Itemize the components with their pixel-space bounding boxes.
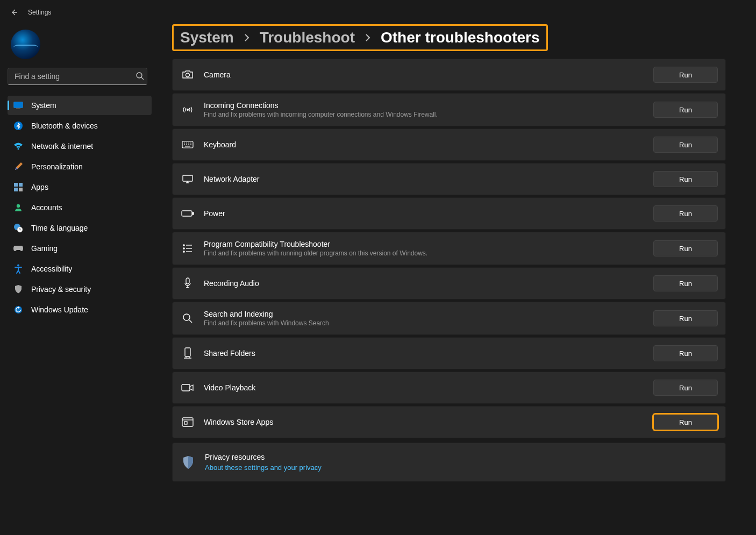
run-button[interactable]: Run: [653, 102, 718, 118]
window-app-icon: [181, 416, 194, 429]
card-text: Program Compatibility Troubleshooter Fin…: [204, 240, 653, 257]
sidebar-item-label: Apps: [31, 183, 146, 191]
card-text: Search and Indexing Find and fix problem…: [204, 310, 653, 327]
svg-rect-25: [185, 348, 190, 356]
battery-icon: [181, 207, 194, 220]
card-text: Recording Audio: [204, 279, 653, 288]
keyboard-icon: [181, 138, 194, 151]
svg-point-21: [183, 248, 184, 249]
search-input[interactable]: [8, 68, 147, 85]
troubleshooter-network-adapter[interactable]: Network Adapter Run: [172, 163, 726, 195]
display-icon: [13, 100, 24, 111]
troubleshooter-recording-audio[interactable]: Recording Audio Run: [172, 267, 726, 299]
card-title: Search and Indexing: [204, 310, 653, 318]
troubleshooter-video[interactable]: Video Playback Run: [172, 372, 726, 404]
sidebar-item-time[interactable]: Time & language: [8, 218, 152, 238]
svg-rect-18: [182, 211, 192, 216]
sidebar-item-gaming[interactable]: Gaming: [8, 239, 152, 258]
clock-globe-icon: [13, 223, 24, 233]
sidebar-item-label: Accounts: [31, 203, 146, 212]
breadcrumb-troubleshoot[interactable]: Troubleshoot: [260, 29, 355, 46]
svg-rect-1: [14, 102, 23, 108]
sidebar-item-label: Gaming: [31, 244, 146, 253]
svg-rect-27: [182, 418, 193, 426]
shield-icon: [181, 455, 195, 469]
sidebar-item-label: Privacy & security: [31, 285, 146, 294]
shield-icon: [13, 284, 24, 295]
sidebar: System Bluetooth & devices Network & int…: [0, 24, 159, 535]
run-button[interactable]: Run: [653, 205, 718, 222]
svg-point-20: [183, 245, 184, 246]
svg-point-22: [183, 251, 184, 252]
video-icon: [181, 381, 194, 394]
sidebar-item-system[interactable]: System: [8, 96, 152, 115]
privacy-title: Privacy resources: [205, 453, 718, 461]
user-avatar[interactable]: [11, 30, 40, 59]
run-button[interactable]: Run: [653, 275, 718, 291]
svg-rect-17: [183, 175, 192, 181]
run-button[interactable]: Run: [653, 310, 718, 326]
run-button[interactable]: Run: [653, 137, 718, 153]
camera-icon: [181, 68, 194, 81]
run-button[interactable]: Run: [653, 414, 718, 430]
card-text: Privacy resources About these settings a…: [205, 453, 718, 472]
card-text: Keyboard: [204, 140, 653, 149]
run-button[interactable]: Run: [653, 380, 718, 396]
troubleshooter-power[interactable]: Power Run: [172, 197, 726, 230]
card-desc: Find and fix problems with running older…: [204, 249, 653, 257]
card-title: Recording Audio: [204, 279, 653, 288]
shared-device-icon: [181, 347, 194, 360]
chevron-right-icon: [365, 33, 371, 42]
gamepad-icon: [13, 243, 24, 254]
sidebar-item-accounts[interactable]: Accounts: [8, 198, 152, 217]
sidebar-item-personalization[interactable]: Personalization: [8, 157, 152, 176]
troubleshooter-store-apps[interactable]: Windows Store Apps Run: [172, 406, 726, 438]
run-button[interactable]: Run: [653, 345, 718, 361]
troubleshooter-incoming[interactable]: Incoming Connections Find and fix proble…: [172, 93, 726, 126]
breadcrumb-system[interactable]: System: [180, 29, 234, 46]
monitor-icon: [181, 173, 194, 186]
app-title: Settings: [28, 9, 51, 16]
card-text: Shared Folders: [204, 349, 653, 358]
sidebar-item-label: Network & internet: [31, 142, 146, 151]
search-icon: [135, 72, 144, 80]
card-title: Shared Folders: [204, 349, 653, 358]
card-title: Video Playback: [204, 383, 653, 392]
card-text: Video Playback: [204, 383, 653, 392]
svg-rect-5: [14, 183, 18, 187]
troubleshooter-search[interactable]: Search and Indexing Find and fix problem…: [172, 302, 726, 335]
svg-rect-28: [184, 422, 187, 424]
sidebar-item-privacy[interactable]: Privacy & security: [8, 280, 152, 299]
card-desc: Find and fix problems with incoming comp…: [204, 111, 653, 118]
card-text: Camera: [204, 70, 653, 79]
svg-rect-8: [19, 188, 23, 191]
troubleshooter-shared-folders[interactable]: Shared Folders Run: [172, 337, 726, 369]
search-icon: [181, 312, 194, 325]
sidebar-item-apps[interactable]: Apps: [8, 177, 152, 197]
back-button[interactable]: [9, 7, 19, 18]
card-title: Network Adapter: [204, 175, 653, 183]
sidebar-item-bluetooth[interactable]: Bluetooth & devices: [8, 116, 152, 135]
run-button[interactable]: Run: [653, 171, 718, 187]
card-title: Incoming Connections: [204, 101, 653, 110]
sidebar-item-network[interactable]: Network & internet: [8, 137, 152, 156]
privacy-resources-card: Privacy resources About these settings a…: [172, 443, 726, 482]
person-icon: [13, 202, 24, 213]
paintbrush-icon: [13, 161, 24, 172]
sidebar-item-label: Bluetooth & devices: [31, 122, 146, 130]
card-title: Program Compatibility Troubleshooter: [204, 240, 653, 248]
troubleshooter-keyboard[interactable]: Keyboard Run: [172, 129, 726, 161]
privacy-link[interactable]: About these settings and your privacy: [205, 463, 718, 472]
run-button[interactable]: Run: [653, 67, 718, 83]
card-desc: Find and fix problems with Windows Searc…: [204, 319, 653, 327]
run-button[interactable]: Run: [653, 240, 718, 256]
troubleshooter-camera[interactable]: Camera Run: [172, 59, 726, 91]
sidebar-item-accessibility[interactable]: Accessibility: [8, 259, 152, 279]
sidebar-item-update[interactable]: Windows Update: [8, 300, 152, 319]
troubleshooter-compat[interactable]: Program Compatibility Troubleshooter Fin…: [172, 232, 726, 265]
card-text: Network Adapter: [204, 175, 653, 183]
breadcrumb-current: Other troubleshooters: [381, 29, 540, 46]
sidebar-item-label: Windows Update: [31, 305, 146, 314]
card-text: Incoming Connections Find and fix proble…: [204, 101, 653, 118]
svg-point-24: [183, 314, 190, 320]
